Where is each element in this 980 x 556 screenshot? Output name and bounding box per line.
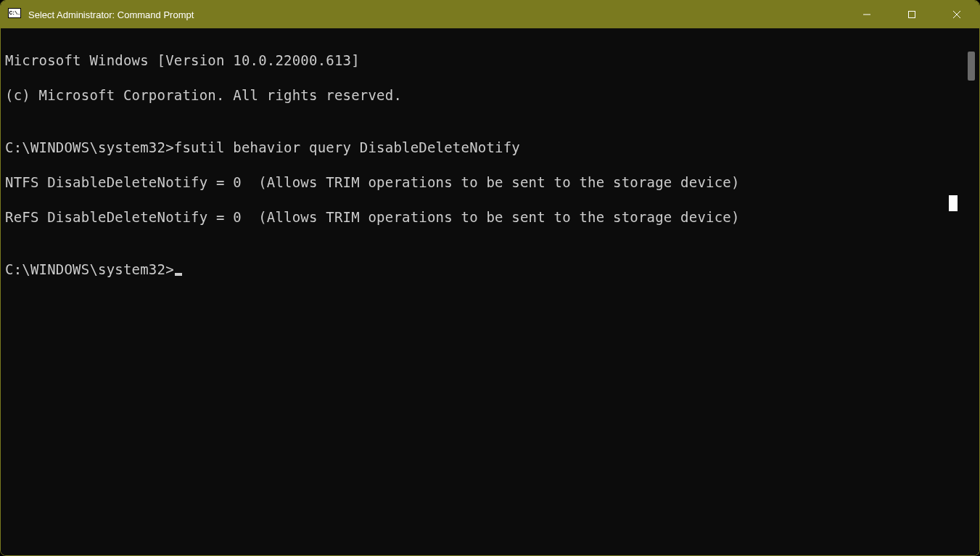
title-bar[interactable]: C:\. Select Administrator: Command Promp… [1, 1, 979, 28]
window-title: Select Administrator: Command Prompt [28, 9, 194, 20]
output-line: NTFS DisableDeleteNotify = 0 (Allows TRI… [5, 173, 975, 191]
scrollbar-thumb[interactable] [968, 52, 975, 81]
prompt-line: C:\WINDOWS\system32> [5, 261, 975, 278]
minimize-button[interactable] [844, 1, 889, 28]
output-line: Microsoft Windows [Version 10.0.22000.61… [5, 52, 975, 69]
selection-block [949, 195, 958, 211]
command-prompt-window: C:\. Select Administrator: Command Promp… [0, 0, 980, 556]
vertical-scrollbar[interactable] [966, 33, 976, 551]
scrollbar-track[interactable] [966, 33, 976, 551]
output-line: ReFS DisableDeleteNotify = 0 (Allows TRI… [5, 208, 975, 226]
svg-rect-1 [909, 12, 915, 18]
output-line: C:\WINDOWS\system32>fsutil behavior quer… [5, 139, 975, 156]
output-line: (c) Microsoft Corporation. All rights re… [5, 86, 975, 104]
terminal-viewport[interactable]: Microsoft Windows [Version 10.0.22000.61… [1, 28, 979, 555]
cmd-icon: C:\. [8, 8, 21, 21]
maximize-button[interactable] [889, 1, 934, 28]
close-button[interactable] [934, 1, 979, 28]
prompt-text: C:\WINDOWS\system32> [5, 261, 174, 277]
window-controls [844, 1, 979, 28]
terminal-output: Microsoft Windows [Version 10.0.22000.61… [1, 28, 979, 317]
text-cursor [175, 273, 182, 276]
